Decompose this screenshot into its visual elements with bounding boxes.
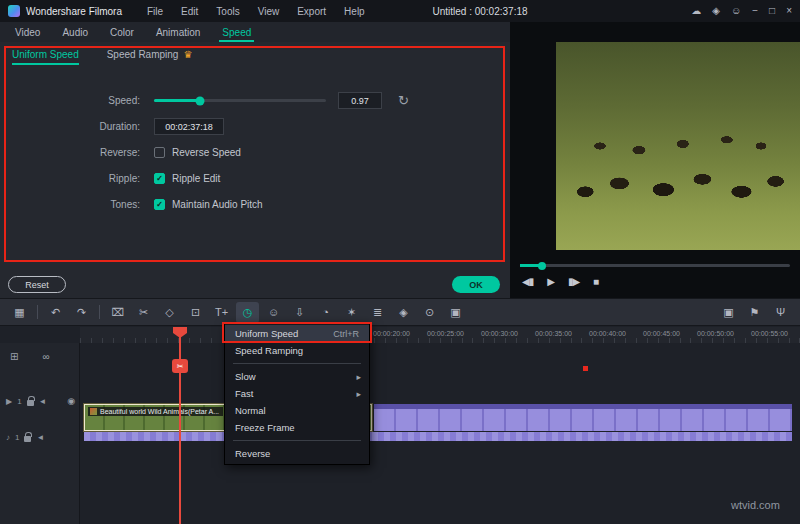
menu-shortcut: Ctrl+R (333, 329, 359, 339)
marker-icon[interactable]: ⚑ (743, 302, 766, 323)
ruler-label: 00:00:35:00 (535, 330, 572, 337)
media-grid-icon[interactable]: ▦ (8, 302, 31, 323)
tab-speed[interactable]: Speed (211, 22, 262, 42)
speed-slider-fill (154, 99, 200, 102)
speed-form: Speed: 0.97 ↻ Duration: 00:02:37:18 Reve… (0, 92, 510, 213)
speed-slider-thumb[interactable] (196, 96, 205, 105)
timeline-clip-audio[interactable] (84, 432, 792, 441)
undo-icon[interactable]: ↶ (44, 302, 67, 323)
ripple-checkbox[interactable]: ✓ (154, 173, 165, 184)
maximize-icon[interactable]: □ (769, 6, 775, 16)
filmora-app: Wondershare Filmora FileEditToolsViewExp… (0, 0, 800, 524)
menu-help[interactable]: Help (335, 6, 374, 17)
panel-tab-uniform-speed[interactable]: Uniform Speed (12, 49, 79, 65)
preview-seekbar-thumb[interactable] (538, 262, 546, 270)
play-icon[interactable]: ▶ (547, 276, 554, 287)
ok-button[interactable]: OK (452, 276, 500, 293)
effects-icon[interactable]: ✶ (340, 302, 363, 323)
stop-icon[interactable]: ■ (593, 276, 598, 287)
tab-audio[interactable]: Audio (51, 22, 99, 42)
export-frame-icon[interactable]: ⇩ (288, 302, 311, 323)
menu-item-normal[interactable]: Normal (225, 402, 369, 419)
snap-icon[interactable]: ∞ (42, 351, 49, 362)
panel-tab-speed-ramping[interactable]: Speed Ramping♛ (107, 49, 193, 65)
speed-panel: Uniform SpeedSpeed Ramping♛ Speed: 0.97 … (0, 42, 510, 298)
mask-icon[interactable]: ☺ (262, 302, 285, 323)
tones-checkbox[interactable]: ✓ (154, 199, 165, 210)
adjust-icon[interactable]: ≣ (366, 302, 389, 323)
submenu-arrow-icon: ▸ (356, 389, 361, 399)
toolbar-divider (99, 305, 100, 319)
menu-file[interactable]: File (138, 6, 172, 17)
cloud-icon[interactable]: ☁ (691, 6, 701, 16)
video-track-header[interactable]: ▶ 1 ◄ ◉ (0, 387, 80, 415)
timeline: 00:00:20:0000:00:25:0000:00:30:0000:00:3… (0, 327, 800, 524)
speed-panel-tabs: Uniform SpeedSpeed Ramping♛ (12, 49, 192, 65)
ruler-label: 00:00:45:00 (643, 330, 680, 337)
menu-edit[interactable]: Edit (172, 6, 207, 17)
ripple-option-label: Ripple Edit (172, 173, 220, 184)
tab-video[interactable]: Video (4, 22, 51, 42)
speed-slider[interactable] (154, 99, 326, 102)
next-frame-icon[interactable]: ▮▶ (568, 276, 579, 287)
snapshot-icon[interactable]: ▣ (717, 302, 740, 323)
mute-icon[interactable]: ◄ (39, 397, 47, 406)
tab-animation[interactable]: Animation (145, 22, 211, 42)
minimize-icon[interactable]: − (752, 6, 758, 16)
account-icon[interactable]: ☺ (731, 6, 741, 16)
titlebar: Wondershare Filmora FileEditToolsViewExp… (0, 0, 800, 22)
voiceover-icon[interactable]: Ψ (769, 302, 792, 323)
keyframe-icon[interactable]: ◈ (392, 302, 415, 323)
reverse-checkbox[interactable] (154, 147, 165, 158)
duration-input[interactable]: 00:02:37:18 (154, 118, 224, 135)
close-icon[interactable]: × (786, 6, 792, 16)
menu-item-uniform-speed[interactable]: Uniform SpeedCtrl+R (225, 325, 369, 342)
menu-item-speed-ramping[interactable]: Speed Ramping (225, 342, 369, 359)
lock-icon[interactable] (24, 436, 31, 442)
timeline-ruler[interactable]: 00:00:20:0000:00:25:0000:00:30:0000:00:3… (80, 327, 800, 343)
menu-item-freeze-frame[interactable]: Freeze Frame (225, 419, 369, 436)
playhead-cut-icon[interactable]: ✂ (172, 359, 188, 373)
menu-item-reverse[interactable]: Reverse (225, 445, 369, 462)
upgrade-icon[interactable]: ◈ (712, 6, 720, 16)
menu-view[interactable]: View (249, 6, 289, 17)
crop-icon[interactable]: ⊡ (184, 302, 207, 323)
playhead-line[interactable] (179, 327, 181, 524)
menu-item-label: Uniform Speed (235, 328, 298, 339)
mute-icon[interactable]: ◄ (36, 433, 44, 442)
window-controls: ☁◈☺−□× (691, 0, 792, 22)
tab-color[interactable]: Color (99, 22, 145, 42)
menu-item-label: Fast (235, 388, 253, 399)
preview-seekbar[interactable] (520, 264, 790, 267)
timeline-marker[interactable] (583, 366, 588, 371)
menu-export[interactable]: Export (288, 6, 335, 17)
prev-frame-icon[interactable]: ◀▮ (522, 276, 533, 287)
delete-icon[interactable]: ⌧ (106, 302, 129, 323)
ruler-label: 00:00:50:00 (697, 330, 734, 337)
split-icon[interactable]: ✂ (132, 302, 155, 323)
stabilize-icon[interactable]: ▣ (444, 302, 467, 323)
track-manager-icon[interactable]: ⊞ (10, 351, 18, 362)
video-track-icon: ▶ (6, 397, 12, 406)
chroma-key-icon[interactable]: ◔ (314, 302, 337, 323)
reset-button[interactable]: Reset (8, 276, 66, 293)
audio-track-header[interactable]: ♪ 1 ◄ (0, 427, 80, 447)
reverse-row: Reverse: Reverse Speed (0, 144, 510, 161)
reset-speed-icon[interactable]: ↻ (398, 94, 409, 107)
menu-divider (233, 440, 361, 441)
motion-track-icon[interactable]: ⊙ (418, 302, 441, 323)
menu-tools[interactable]: Tools (207, 6, 248, 17)
speed-icon[interactable]: ◷ (236, 302, 259, 323)
tag-icon[interactable]: ◇ (158, 302, 181, 323)
lock-icon[interactable] (27, 400, 34, 406)
timeline-clip-video-2[interactable] (374, 404, 792, 431)
text-icon[interactable]: T+ (210, 302, 233, 323)
speed-value-input[interactable]: 0.97 (338, 92, 382, 109)
speed-row: Speed: 0.97 ↻ (0, 92, 510, 109)
eye-icon[interactable]: ◉ (67, 396, 75, 406)
redo-icon[interactable]: ↷ (70, 302, 93, 323)
menu-item-label: Reverse (235, 448, 270, 459)
menu-item-label: Speed Ramping (235, 345, 303, 356)
menu-item-fast[interactable]: Fast▸ (225, 385, 369, 402)
menu-item-slow[interactable]: Slow▸ (225, 368, 369, 385)
